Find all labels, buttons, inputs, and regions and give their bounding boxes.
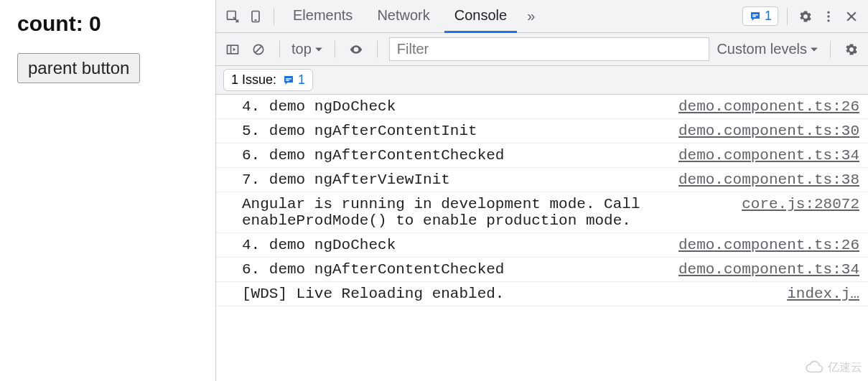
parent-button[interactable]: parent button (17, 53, 140, 83)
console-source-link[interactable]: core.js:28072 (742, 196, 859, 212)
console-source-link[interactable]: demo.component.ts:30 (678, 123, 859, 139)
console-message: 4. demo ngDoCheck (242, 98, 666, 115)
svg-point-5 (827, 11, 829, 13)
console-row: 4. demo ngDoCheck demo.component.ts:26 (216, 95, 868, 119)
issues-pill-count: 1 (298, 72, 305, 88)
context-label: top (291, 41, 312, 57)
issues-label: 1 Issue: (231, 72, 276, 88)
svg-line-13 (255, 46, 261, 52)
filter-input[interactable] (389, 37, 710, 61)
tab-elements[interactable]: Elements (283, 0, 363, 33)
console-message: [WDS] Live Reloading enabled. (242, 286, 774, 302)
console-message: 7. demo ngAfterViewInit (242, 171, 666, 188)
console-toolbar: top Custom levels (216, 33, 868, 66)
console-row: Angular is running in development mode. … (216, 192, 868, 233)
svg-rect-3 (752, 14, 758, 16)
console-source-link[interactable]: demo.component.ts:34 (678, 147, 859, 164)
app-page: count: 0 parent button (0, 0, 215, 381)
svg-point-7 (827, 19, 829, 22)
console-source-link[interactable]: demo.component.ts:26 (678, 98, 859, 115)
issues-badge[interactable]: 1 (742, 6, 778, 26)
console-source-link[interactable]: demo.component.ts:26 (678, 237, 859, 253)
chevron-down-icon (810, 45, 818, 54)
separator (787, 8, 788, 25)
svg-rect-10 (228, 45, 238, 54)
kebab-icon[interactable] (819, 7, 838, 26)
svg-rect-14 (286, 78, 291, 80)
sidebar-toggle-icon[interactable] (223, 40, 242, 59)
console-row: 5. demo ngAfterContentInit demo.componen… (216, 119, 868, 144)
devtools-tabbar: Elements Network Console » 1 (216, 0, 868, 33)
filter-input-wrapper (389, 37, 710, 61)
svg-point-6 (827, 15, 829, 17)
console-log: 4. demo ngDoCheck demo.component.ts:26 5… (216, 95, 868, 381)
clear-console-icon[interactable] (249, 40, 268, 59)
tabs-overflow[interactable]: » (521, 8, 541, 24)
watermark-text: 亿速云 (828, 360, 862, 375)
chevron-down-icon (314, 45, 323, 54)
console-row: 6. demo ngAfterContentChecked demo.compo… (216, 144, 868, 168)
separator (335, 41, 335, 58)
cloud-icon (805, 358, 823, 377)
separator (274, 8, 274, 25)
devtools-panel: Elements Network Console » 1 (215, 0, 868, 381)
console-row: 4. demo ngDoCheck demo.component.ts:26 (216, 233, 868, 258)
log-levels-label: Custom levels (717, 41, 807, 57)
console-message: 5. demo ngAfterContentInit (242, 123, 666, 139)
eye-icon[interactable] (347, 40, 365, 59)
tab-network[interactable]: Network (367, 0, 439, 33)
watermark: 亿速云 (805, 358, 862, 377)
console-source-link[interactable]: demo.component.ts:38 (678, 171, 859, 188)
issues-pill[interactable]: 1 Issue: 1 (223, 69, 313, 91)
console-row: 6. demo ngAfterContentChecked demo.compo… (216, 258, 868, 282)
count-label: count: 0 (17, 11, 198, 36)
device-toggle-icon[interactable] (246, 7, 265, 26)
gear-icon[interactable] (796, 7, 815, 26)
issues-bar: 1 Issue: 1 (216, 66, 868, 95)
console-row: [WDS] Live Reloading enabled. index.j… (216, 282, 868, 306)
chat-icon (749, 10, 762, 23)
issues-badge-count: 1 (765, 9, 772, 24)
console-row: 7. demo ngAfterViewInit demo.component.t… (216, 168, 868, 192)
svg-rect-4 (752, 16, 756, 17)
gear-icon[interactable] (842, 40, 861, 59)
tab-console[interactable]: Console (444, 0, 517, 33)
close-icon[interactable] (842, 7, 861, 26)
context-selector[interactable]: top (291, 41, 323, 57)
separator (377, 41, 378, 58)
separator (830, 41, 831, 58)
console-message: 6. demo ngAfterContentChecked (242, 261, 666, 278)
console-message: 4. demo ngDoCheck (242, 237, 666, 253)
svg-rect-15 (286, 80, 289, 81)
console-source-link[interactable]: demo.component.ts:34 (678, 261, 859, 278)
separator (279, 41, 280, 58)
inspect-icon[interactable] (223, 7, 242, 26)
console-source-link[interactable]: index.j… (787, 286, 859, 302)
log-levels-selector[interactable]: Custom levels (717, 41, 818, 57)
console-message: 6. demo ngAfterContentChecked (242, 147, 666, 164)
console-message: Angular is running in development mode. … (242, 196, 729, 229)
chat-icon (282, 74, 295, 87)
